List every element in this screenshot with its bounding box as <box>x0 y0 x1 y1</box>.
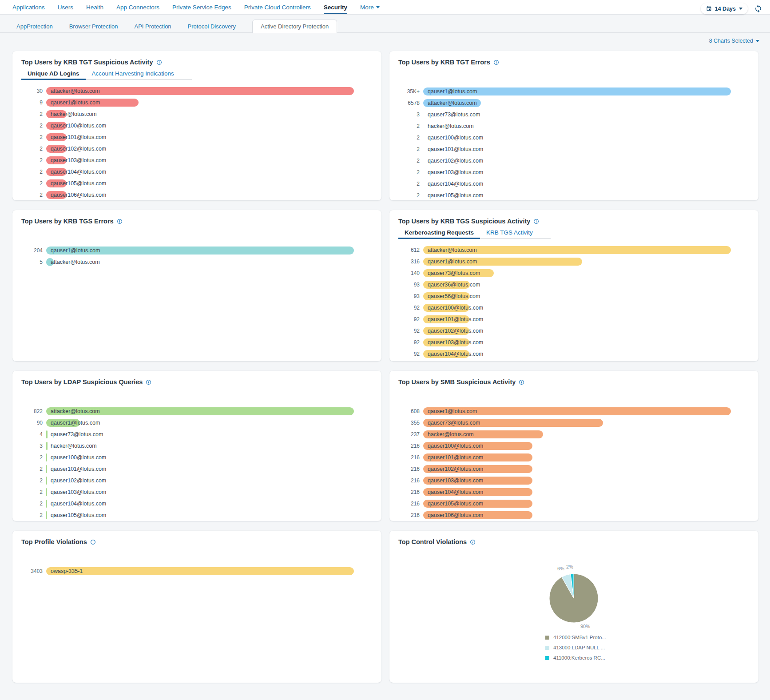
bar-row: 92qauser101@lotus.com <box>398 314 750 325</box>
charts-selected-dropdown[interactable]: 8 Charts Selected <box>0 38 770 44</box>
bar-label: hacker@lotus.com <box>428 122 474 130</box>
bar-row: 2qauser105@lotus.com <box>21 509 373 521</box>
bar-track: qauser73@lotus.com <box>423 111 731 119</box>
bar-row: 216qauser104@lotus.com <box>398 486 750 498</box>
chart-card-krb-tgt-suspicious-activity: Top Users by KRB TGT Suspicious Activity… <box>12 51 381 200</box>
bar-track: qauser100@lotus.com <box>423 442 731 450</box>
bar-value: 822 <box>21 408 43 414</box>
bar-label: qauser105@lotus.com <box>51 511 106 519</box>
chart-tab[interactable]: Account Harvesting Indications <box>86 68 180 79</box>
subtab-api-protection[interactable]: API Protection <box>135 20 171 33</box>
bar-label: hacker@lotus.com <box>51 442 97 450</box>
bar-value: 2 <box>398 123 420 129</box>
bar-value: 316 <box>398 259 420 265</box>
bar-track: qauser1@lotus.com <box>46 247 354 255</box>
bar-value: 2 <box>21 454 43 461</box>
bar-track: attacker@lotus.com <box>46 407 354 415</box>
bar[interactable] <box>46 477 47 485</box>
legend-item[interactable]: 411000:Kerberos RC... <box>545 655 606 660</box>
bar-track: attacker@lotus.com <box>423 99 731 107</box>
bar-label: qauser102@lotus.com <box>51 477 106 485</box>
info-icon[interactable] <box>493 60 499 65</box>
bar-label: qauser73@lotus.com <box>51 430 103 438</box>
nav-item-health[interactable]: Health <box>86 0 103 14</box>
bar-label: hacker@lotus.com <box>51 110 97 118</box>
bar[interactable] <box>46 465 47 473</box>
nav-item-security[interactable]: Security <box>324 0 347 14</box>
subtab-active-directory-protection[interactable]: Active Directory Protection <box>252 20 337 33</box>
bar[interactable] <box>46 453 47 461</box>
nav-item-private-service-edges[interactable]: Private Service Edges <box>172 0 231 14</box>
bar-row: 90qauser1@lotus.com <box>21 417 373 429</box>
bar-track: qauser101@lotus.com <box>46 465 354 473</box>
refresh-button[interactable] <box>754 4 762 13</box>
bar-value: 2 <box>21 123 43 129</box>
bar-row: 93qauser36@lotus.com <box>398 279 750 290</box>
bar-value: 2 <box>21 146 43 152</box>
nav-label: Security <box>324 4 347 11</box>
bar-label: attacker@lotus.com <box>51 407 100 415</box>
subtab-app-protection[interactable]: AppProtection <box>16 20 53 33</box>
info-icon[interactable] <box>156 60 162 65</box>
subtab-protocol-discovery[interactable]: Protocol Discovery <box>188 20 236 33</box>
bar-row: 216qauser106@lotus.com <box>398 509 750 521</box>
bar-label: qauser102@lotus.com <box>428 157 483 165</box>
chart-title: Top Profile Violations <box>21 538 87 546</box>
bar-label: qauser102@lotus.com <box>428 327 483 335</box>
charts-grid: Top Users by KRB TGT Suspicious Activity… <box>12 51 770 683</box>
pie-percent-label: 2% <box>566 564 573 569</box>
nav-item-app-connectors[interactable]: App Connectors <box>116 0 159 14</box>
bar-value: 140 <box>398 270 420 276</box>
bar-label: qauser1@lotus.com <box>428 88 477 95</box>
bar-row: 35K+qauser1@lotus.com <box>398 86 750 97</box>
bar-label: qauser1@lotus.com <box>428 258 477 266</box>
bar[interactable] <box>46 442 48 450</box>
chart-tab[interactable]: Kerberoasting Requests <box>398 227 480 238</box>
nav-item-more[interactable]: More <box>360 0 380 14</box>
info-icon[interactable] <box>533 219 539 224</box>
bar[interactable] <box>46 511 47 519</box>
chart-card-ldap-suspicious-queries: Top Users by LDAP Suspicious Queries 822… <box>12 371 381 521</box>
bar-chart: 608qauser1@lotus.com355qauser73@lotus.co… <box>398 406 750 521</box>
bar-row: 204qauser1@lotus.com <box>21 245 373 256</box>
bar-label: qauser102@lotus.com <box>51 145 106 153</box>
bar-track: qauser104@lotus.com <box>423 350 731 358</box>
legend-item[interactable]: 413000:LDAP NULL ... <box>545 645 606 650</box>
bar[interactable] <box>46 567 354 575</box>
bar-value: 92 <box>398 305 420 311</box>
bar-row: 612attacker@lotus.com <box>398 244 750 256</box>
chart-tab[interactable]: KRB TGS Activity <box>480 227 539 238</box>
info-icon[interactable] <box>117 219 123 224</box>
bar-label: qauser1@lotus.com <box>51 419 100 427</box>
nav-item-applications[interactable]: Applications <box>12 0 45 14</box>
nav-item-private-cloud-controllers[interactable]: Private Cloud Controllers <box>244 0 311 14</box>
chart-tab[interactable]: Unique AD Logins <box>21 68 86 79</box>
bar[interactable] <box>46 430 48 438</box>
info-icon[interactable] <box>146 379 151 385</box>
date-range-button[interactable]: 14 Days <box>701 3 748 14</box>
bar-value: 216 <box>398 489 420 495</box>
bar-label: attacker@lotus.com <box>51 87 100 95</box>
bar-track: qauser102@lotus.com <box>46 145 354 153</box>
bar-track: qauser105@lotus.com <box>46 511 354 519</box>
bar-track: qauser106@lotus.com <box>46 191 354 199</box>
bar[interactable] <box>46 488 47 496</box>
info-icon[interactable] <box>519 379 524 385</box>
bar-track: qauser104@lotus.com <box>423 180 731 188</box>
bar-label: qauser56@lotus.com <box>428 292 480 300</box>
info-icon[interactable] <box>90 539 96 545</box>
bar-row: 2qauser102@lotus.com <box>21 143 373 155</box>
bar-track: qauser102@lotus.com <box>423 327 731 335</box>
bar-value: 216 <box>398 512 420 518</box>
bar-label: qauser73@lotus.com <box>428 269 480 277</box>
subtab-browser-protection[interactable]: Browser Protection <box>69 20 118 33</box>
bar-track: qauser100@lotus.com <box>46 453 354 461</box>
calendar-icon <box>706 6 712 12</box>
nav-item-users[interactable]: Users <box>58 0 73 14</box>
chart-card-krb-tgs-suspicious-activity: Top Users by KRB TGS Suspicious Activity… <box>389 210 758 361</box>
bar[interactable] <box>46 500 47 508</box>
bar-row: 2qauser106@lotus.com <box>21 189 373 200</box>
bar-value: 2 <box>398 135 420 141</box>
bar-label: qauser100@lotus.com <box>51 122 106 130</box>
legend-item[interactable]: 412000:SMBv1 Proto... <box>545 635 606 640</box>
